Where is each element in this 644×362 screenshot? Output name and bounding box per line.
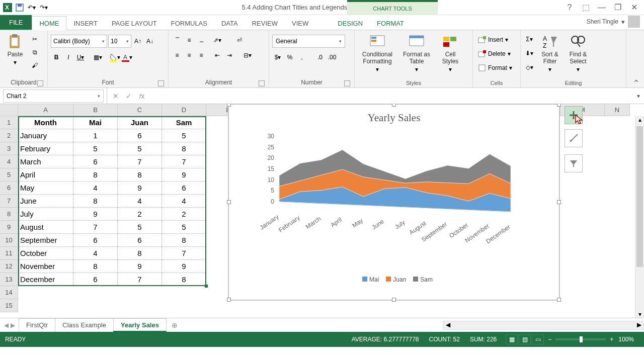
orientation-icon[interactable]: ⇗▾ xyxy=(212,35,223,46)
tab-formulas[interactable]: FORMULAS xyxy=(164,17,214,30)
cell[interactable]: 6 xyxy=(73,273,118,286)
row-header[interactable]: 15 xyxy=(0,299,18,312)
page-break-view-icon[interactable]: ▭ xyxy=(532,334,544,344)
cell[interactable]: 4 xyxy=(162,195,206,208)
cell[interactable]: November xyxy=(18,260,73,273)
cell[interactable]: 5 xyxy=(162,221,206,234)
chart-plot-area[interactable]: 051015202530JanuaryFebruaryMarchAprilMay… xyxy=(249,126,539,272)
row-header[interactable]: 5 xyxy=(0,168,18,182)
worksheet-grid[interactable]: 123456789101112131415 ABCDEFGHIJKLMN Mon… xyxy=(0,104,644,318)
sheet-nav-prev-icon[interactable]: ◀ xyxy=(4,322,9,329)
cell[interactable]: 2 xyxy=(162,208,206,221)
clear-icon[interactable]: ◇▾ xyxy=(524,62,535,73)
decrease-indent-icon[interactable]: ⇤ xyxy=(212,50,223,61)
cell[interactable]: 8 xyxy=(73,260,118,273)
column-header[interactable]: N xyxy=(605,104,630,116)
font-size-selector[interactable]: 10 xyxy=(108,35,131,48)
cell[interactable]: 6 xyxy=(118,129,162,142)
cut-icon[interactable]: ✂ xyxy=(29,34,40,45)
chart-handle[interactable] xyxy=(227,298,231,302)
fx-icon[interactable]: fx xyxy=(137,92,146,100)
row-header[interactable]: 10 xyxy=(0,234,18,247)
cell[interactable]: 9 xyxy=(118,182,162,195)
cancel-entry-icon[interactable]: ✕ xyxy=(111,92,120,100)
tab-insert[interactable]: INSERT xyxy=(66,17,104,30)
autosum-icon[interactable]: Σ▾ xyxy=(524,34,535,45)
chart-handle[interactable] xyxy=(392,298,396,302)
chart-handle[interactable] xyxy=(557,298,561,302)
redo-icon[interactable]: ↷▾ xyxy=(38,2,49,13)
minimize-icon[interactable]: — xyxy=(596,2,608,14)
cell[interactable]: 7 xyxy=(162,155,206,168)
tab-file[interactable]: FILE xyxy=(0,15,32,30)
cell[interactable]: 8 xyxy=(162,234,206,247)
chart-legend[interactable]: MaiJuanSam xyxy=(229,272,559,286)
font-name-selector[interactable]: Calibri (Body) xyxy=(51,35,107,48)
increase-decimal-icon[interactable]: .0 xyxy=(314,52,326,63)
ribbon-collapse-icon[interactable]: ⌃ xyxy=(632,78,640,89)
copy-icon[interactable]: ⧉ xyxy=(29,47,40,58)
chart-styles-button[interactable] xyxy=(565,129,583,147)
cell[interactable]: June xyxy=(18,195,73,208)
zoom-in-icon[interactable]: + xyxy=(610,336,613,343)
find-select-button[interactable]: Find & Select▾ xyxy=(565,32,591,73)
ribbon-display-icon[interactable]: ⬚ xyxy=(580,2,592,14)
number-format-selector[interactable]: General xyxy=(272,35,345,48)
legend-entry[interactable]: Juan xyxy=(393,276,406,283)
tab-view[interactable]: VIEW xyxy=(285,17,315,30)
cell[interactable]: July xyxy=(18,208,73,221)
cell[interactable]: 9 xyxy=(162,168,206,182)
chart-elements-button[interactable] xyxy=(565,106,583,124)
decrease-decimal-icon[interactable]: .00 xyxy=(327,52,338,63)
font-dialog-launcher[interactable] xyxy=(158,80,164,86)
legend-entry[interactable]: Mai xyxy=(369,276,379,283)
cell-styles-button[interactable]: Cell Styles▾ xyxy=(436,32,464,73)
merge-center-icon[interactable]: ⊟▾ xyxy=(242,50,253,61)
cell[interactable]: 8 xyxy=(73,168,118,182)
cell[interactable]: 7 xyxy=(118,155,162,168)
cell[interactable]: Mai xyxy=(73,116,118,129)
underline-button[interactable]: U▾ xyxy=(75,52,86,63)
increase-indent-icon[interactable]: ⇥ xyxy=(224,50,235,61)
sheet-tab[interactable]: Yearly Sales xyxy=(113,318,167,332)
restore-icon[interactable]: ❐ xyxy=(612,2,624,14)
sheet-nav-next-icon[interactable]: ▶ xyxy=(11,322,15,329)
formula-bar-expand-icon[interactable]: ▾ xyxy=(633,93,644,100)
cell[interactable]: October xyxy=(18,247,73,260)
row-header[interactable]: 14 xyxy=(0,286,18,299)
cell[interactable]: May xyxy=(18,182,73,195)
cell[interactable]: 8 xyxy=(162,142,206,155)
cell[interactable]: 2 xyxy=(118,208,162,221)
align-dialog-launcher[interactable] xyxy=(259,80,265,86)
row-header[interactable]: 2 xyxy=(0,129,18,142)
number-dialog-launcher[interactable] xyxy=(344,80,350,86)
format-painter-icon[interactable]: 🖌 xyxy=(29,60,40,71)
row-header[interactable]: 7 xyxy=(0,195,18,208)
chart-object[interactable]: Yearly Sales 051015202530JanuaryFebruary… xyxy=(228,104,559,300)
row-header[interactable]: 4 xyxy=(0,155,18,168)
horizontal-scrollbar[interactable]: ◀▶ xyxy=(443,321,644,330)
row-header[interactable]: 13 xyxy=(0,273,18,286)
row-header[interactable]: 8 xyxy=(0,208,18,221)
cell[interactable]: 1 xyxy=(73,129,118,142)
cell[interactable]: 4 xyxy=(73,182,118,195)
row-header[interactable]: 12 xyxy=(0,260,18,273)
sort-filter-button[interactable]: AZ Sort & Filter▾ xyxy=(537,32,563,73)
close-icon[interactable]: ✕ xyxy=(628,2,640,14)
row-header[interactable]: 3 xyxy=(0,142,18,155)
cell[interactable]: 6 xyxy=(162,182,206,195)
cell[interactable]: 4 xyxy=(118,195,162,208)
chart-handle[interactable] xyxy=(392,104,396,107)
enter-entry-icon[interactable]: ✓ xyxy=(124,92,133,100)
tab-home[interactable]: HOME xyxy=(32,16,66,30)
cell[interactable]: January xyxy=(18,129,73,142)
insert-cells-button[interactable]: Insert ▾ xyxy=(476,34,510,46)
format-cells-button[interactable]: Format ▾ xyxy=(476,62,514,74)
comma-format-icon[interactable]: , xyxy=(296,52,307,63)
tab-design[interactable]: DESIGN xyxy=(331,17,370,30)
chart-title[interactable]: Yearly Sales xyxy=(229,105,559,126)
column-header[interactable]: D xyxy=(162,104,206,116)
sheet-tab[interactable]: FirstQtr xyxy=(19,318,55,332)
align-center-icon[interactable]: ≡ xyxy=(184,50,195,61)
sheet-tab[interactable]: Class Example xyxy=(55,318,114,332)
